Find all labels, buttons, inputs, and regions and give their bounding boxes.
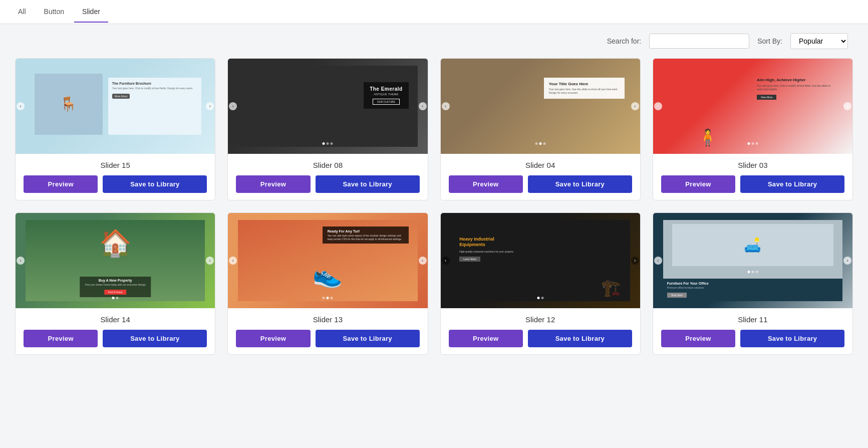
next-arrow-slider03[interactable]: › (843, 102, 851, 110)
thumb-slider03: ‹ 🧍 Aim High, Achieve Higher Your text g… (653, 59, 852, 154)
toolbar: Search for: Sort By: Popular Newest Olde… (0, 24, 868, 58)
preview-btn-slider08[interactable]: Preview (236, 175, 310, 193)
prev-arrow-slider15[interactable]: ‹ (17, 102, 25, 110)
search-label: Search for: (607, 37, 641, 45)
thumb-slider15: ‹ The Furniture Brochure Your text goes … (16, 59, 215, 154)
next-arrow-slider04[interactable]: › (631, 102, 639, 110)
preview-btn-slider04[interactable]: Preview (449, 175, 523, 193)
card-slider12: ‹ 🏗️ Heavy IndustrialEquipments High-qua… (440, 212, 641, 355)
sort-label: Sort By: (757, 37, 782, 45)
prev-arrow-slider14[interactable]: ‹ (17, 257, 25, 265)
thumb-slider04: ‹ Your Title Goes Here Your text goes he… (441, 59, 640, 154)
prev-arrow-slider11[interactable]: ‹ (654, 257, 662, 265)
preview-btn-slider14[interactable]: Preview (24, 330, 98, 347)
card-title-slider15: Slider 15 (101, 161, 130, 169)
tab-slider[interactable]: Slider (74, 2, 108, 23)
save-btn-slider15[interactable]: Save to Library (103, 175, 207, 193)
card-title-slider13: Slider 13 (313, 315, 343, 324)
preview-btn-slider11[interactable]: Preview (661, 330, 735, 347)
card-slider14: ‹ 🏠 Buy A New Property Find your dream h… (15, 212, 215, 355)
card-title-slider12: Slider 12 (525, 315, 555, 324)
thumb-slider12: ‹ 🏗️ Heavy IndustrialEquipments High-qua… (441, 213, 640, 308)
search-input[interactable] (649, 34, 749, 49)
prev-arrow-slider03[interactable]: ‹ (654, 102, 662, 110)
save-btn-slider04[interactable]: Save to Library (528, 175, 632, 193)
save-btn-slider11[interactable]: Save to Library (740, 330, 844, 347)
thumb-slider14: ‹ 🏠 Buy A New Property Find your dream h… (16, 213, 215, 308)
card-slider13: ‹ 👟 Ready For Any Turf You can add style… (227, 212, 428, 355)
preview-btn-slider03[interactable]: Preview (661, 175, 735, 193)
next-arrow-slider12[interactable]: › (631, 257, 639, 265)
prev-arrow-slider08[interactable]: ‹ (229, 102, 237, 110)
card-slider04: ‹ Your Title Goes Here Your text goes he… (440, 58, 641, 200)
save-btn-slider08[interactable]: Save to Library (316, 175, 420, 193)
tab-bar: All Button Slider (0, 0, 868, 24)
save-btn-slider13[interactable]: Save to Library (316, 330, 420, 347)
next-arrow-slider13[interactable]: › (419, 257, 427, 265)
card-slider08: ‹ The Emerald ANTIQUE THEME OUR CULTURE … (227, 58, 428, 200)
next-arrow-slider08[interactable]: › (419, 102, 427, 110)
thumb-slider13: ‹ 👟 Ready For Any Turf You can add style… (228, 213, 427, 308)
card-slider03: ‹ 🧍 Aim High, Achieve Higher Your text g… (653, 58, 853, 200)
preview-btn-slider15[interactable]: Preview (24, 175, 98, 193)
prev-arrow-slider04[interactable]: ‹ (442, 102, 450, 110)
card-title-slider14: Slider 14 (101, 315, 130, 324)
next-arrow-slider14[interactable]: › (206, 257, 214, 265)
prev-arrow-slider12[interactable]: ‹ (442, 257, 450, 265)
card-title-slider03: Slider 03 (738, 161, 767, 169)
next-arrow-slider11[interactable]: › (843, 257, 851, 265)
card-slider11: ‹ 🛋️ Furniture For Your Office Premium o… (653, 212, 853, 355)
thumb-slider11: ‹ 🛋️ Furniture For Your Office Premium o… (653, 213, 852, 308)
prev-arrow-slider13[interactable]: ‹ (229, 257, 237, 265)
preview-btn-slider13[interactable]: Preview (236, 330, 310, 347)
card-title-slider11: Slider 11 (738, 315, 767, 324)
tab-button[interactable]: Button (36, 2, 72, 23)
card-slider15: ‹ The Furniture Brochure Your text goes … (15, 58, 215, 200)
next-arrow-slider15[interactable]: › (206, 102, 214, 110)
save-btn-slider12[interactable]: Save to Library (528, 330, 632, 347)
save-btn-slider03[interactable]: Save to Library (740, 175, 844, 193)
template-grid: ‹ The Furniture Brochure Your text goes … (0, 58, 868, 370)
sort-select[interactable]: Popular Newest Oldest (790, 33, 848, 49)
card-title-slider04: Slider 04 (525, 161, 555, 169)
card-title-slider08: Slider 08 (313, 161, 343, 169)
tab-all[interactable]: All (10, 2, 34, 23)
thumb-slider08: ‹ The Emerald ANTIQUE THEME OUR CULTURE … (228, 59, 427, 154)
save-btn-slider14[interactable]: Save to Library (103, 330, 207, 347)
preview-btn-slider12[interactable]: Preview (449, 330, 523, 347)
